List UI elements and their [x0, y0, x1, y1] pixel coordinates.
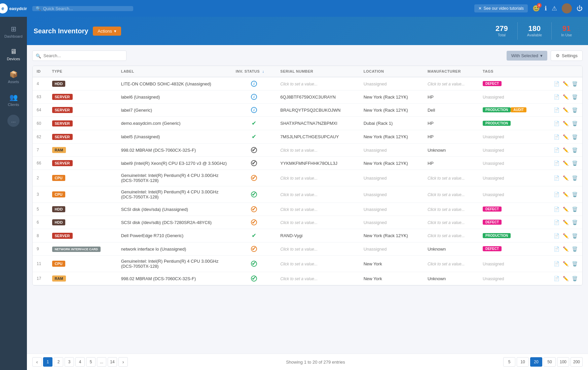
manufacturer-click-to-set[interactable]: Click to set a value... [428, 262, 465, 266]
row-delete-button[interactable]: 🗑️ [571, 191, 578, 198]
row-edit-button[interactable]: ✏️ [562, 94, 569, 100]
with-selected-button[interactable]: With Selected ▾ [507, 51, 547, 61]
row-delete-button[interactable]: 🗑️ [571, 107, 578, 113]
row-edit-button[interactable]: ✏️ [562, 134, 569, 140]
row-edit-button[interactable]: ✏️ [562, 260, 569, 267]
row-delete-button[interactable]: 🗑️ [571, 219, 578, 226]
manufacturer-click-to-set[interactable]: Click to set a value... [428, 176, 465, 181]
cell-inv-status: ✔ [232, 229, 277, 243]
pagination-page-5[interactable]: 5 [86, 357, 96, 367]
row-edit-button[interactable]: ✏️ [562, 147, 569, 153]
row-view-button[interactable]: 📄 [553, 206, 560, 213]
row-edit-button[interactable]: ✏️ [562, 191, 569, 198]
page-size-20[interactable]: 20 [530, 357, 542, 367]
pagination-page-14[interactable]: 14 [108, 357, 117, 367]
serial-click-to-set[interactable]: Click to set a value... [280, 192, 318, 197]
page-size-50[interactable]: 50 [544, 357, 556, 367]
sidebar-item-assets[interactable]: 📦 Assets [0, 66, 27, 88]
col-inv-status[interactable]: INV. STATUS ↓ [232, 66, 277, 77]
serial-click-to-set[interactable]: Click to set a value... [280, 207, 318, 212]
global-search[interactable]: 🔍 [32, 6, 133, 11]
sidebar-item-dashboard[interactable]: ⊞ Dashboard [0, 20, 27, 43]
row-view-button[interactable]: 📄 [553, 191, 560, 198]
row-edit-button[interactable]: ✏️ [562, 160, 569, 166]
manufacturer-click-to-set[interactable]: Click to set a value... [428, 82, 465, 86]
row-view-button[interactable]: 📄 [553, 260, 560, 267]
actions-button[interactable]: Actions ▾ [93, 27, 121, 36]
row-edit-button[interactable]: ✏️ [562, 80, 569, 87]
pagination-page-1[interactable]: 1 [43, 357, 52, 367]
row-view-button[interactable]: 📄 [553, 175, 560, 181]
manufacturer-click-to-set[interactable]: Click to set a value... [428, 207, 465, 212]
video-tutorial-button[interactable]: ✕ See our video tutorials [474, 4, 528, 12]
serial-click-to-set[interactable]: Click to set a value... [280, 247, 318, 252]
page-size-200[interactable]: 200 [571, 357, 583, 367]
row-edit-button[interactable]: ✏️ [562, 175, 569, 181]
power-icon[interactable]: ⏻ [577, 5, 583, 12]
cell-inv-status: ✔ [232, 256, 277, 272]
row-view-button[interactable]: 📄 [553, 232, 560, 239]
serial-click-to-set[interactable]: Click to set a value... [280, 262, 318, 266]
row-view-button[interactable]: 📄 [553, 134, 560, 140]
type-badge: SERVER [52, 107, 73, 113]
row-delete-button[interactable]: 🗑️ [571, 80, 578, 87]
row-delete-button[interactable]: 🗑️ [571, 94, 578, 100]
row-view-button[interactable]: 📄 [553, 246, 560, 252]
row-edit-button[interactable]: ✏️ [562, 232, 569, 239]
manufacturer-click-to-set[interactable]: Click to set a value... [428, 220, 465, 225]
info-icon[interactable]: ℹ [545, 5, 547, 12]
serial-click-to-set[interactable]: Click to set a value... [280, 82, 318, 86]
sidebar-more-button[interactable]: ... [7, 115, 20, 127]
pagination-page-2[interactable]: 2 [54, 357, 63, 367]
row-view-button[interactable]: 📄 [553, 275, 560, 282]
row-delete-button[interactable]: 🗑️ [571, 260, 578, 267]
community-icon[interactable]: 😊 8 [532, 5, 540, 12]
row-view-button[interactable]: 📄 [553, 147, 560, 153]
inventory-search-input[interactable] [32, 50, 126, 61]
sidebar-item-clients[interactable]: 👥 Clients [0, 88, 27, 111]
inventory-search[interactable]: 🔍 [32, 50, 126, 61]
pagination-next[interactable]: › [118, 357, 128, 367]
row-edit-button[interactable]: ✏️ [562, 107, 569, 113]
type-badge: RAM [52, 275, 66, 282]
app-logo[interactable]: e easydcim [0, 0, 27, 17]
row-delete-button[interactable]: 🗑️ [571, 175, 578, 181]
serial-click-to-set[interactable]: Click to set a value... [280, 176, 318, 181]
row-edit-button[interactable]: ✏️ [562, 120, 569, 127]
manufacturer-click-to-set[interactable]: Click to set a value... [428, 192, 465, 197]
row-view-button[interactable]: 📄 [553, 94, 560, 100]
page-size-5[interactable]: 5 [503, 357, 515, 367]
row-delete-button[interactable]: 🗑️ [571, 275, 578, 282]
row-delete-button[interactable]: 🗑️ [571, 246, 578, 252]
row-edit-button[interactable]: ✏️ [562, 246, 569, 252]
alert-icon[interactable]: ⚠ [552, 5, 557, 12]
manufacturer-value: HP [428, 95, 434, 100]
row-edit-button[interactable]: ✏️ [562, 275, 569, 282]
row-view-button[interactable]: 📄 [553, 219, 560, 226]
manufacturer-click-to-set[interactable]: Click to set a value... [428, 233, 465, 238]
row-view-button[interactable]: 📄 [553, 107, 560, 113]
serial-click-to-set[interactable]: Click to set a value... [280, 220, 318, 225]
pagination-page-4[interactable]: 4 [75, 357, 85, 367]
row-delete-button[interactable]: 🗑️ [571, 147, 578, 153]
row-edit-button[interactable]: ✏️ [562, 219, 569, 226]
row-view-button[interactable]: 📄 [553, 160, 560, 166]
pagination-prev[interactable]: ‹ [32, 357, 42, 367]
row-delete-button[interactable]: 🗑️ [571, 134, 578, 140]
serial-click-to-set[interactable]: Click to set a value... [280, 276, 318, 281]
pagination-page-3[interactable]: 3 [65, 357, 74, 367]
row-delete-button[interactable]: 🗑️ [571, 160, 578, 166]
page-size-10[interactable]: 10 [517, 357, 529, 367]
settings-button[interactable]: ⚙ Settings [551, 50, 583, 61]
sidebar-item-devices[interactable]: 🖥 Devices [0, 43, 27, 66]
row-delete-button[interactable]: 🗑️ [571, 232, 578, 239]
row-view-button[interactable]: 📄 [553, 80, 560, 87]
page-size-100[interactable]: 100 [557, 357, 569, 367]
row-delete-button[interactable]: 🗑️ [571, 120, 578, 127]
row-view-button[interactable]: 📄 [553, 120, 560, 127]
global-search-input[interactable] [43, 6, 130, 11]
row-edit-button[interactable]: ✏️ [562, 206, 569, 213]
user-avatar[interactable] [562, 3, 572, 13]
serial-click-to-set[interactable]: Click to set a value... [280, 148, 318, 153]
row-delete-button[interactable]: 🗑️ [571, 206, 578, 213]
